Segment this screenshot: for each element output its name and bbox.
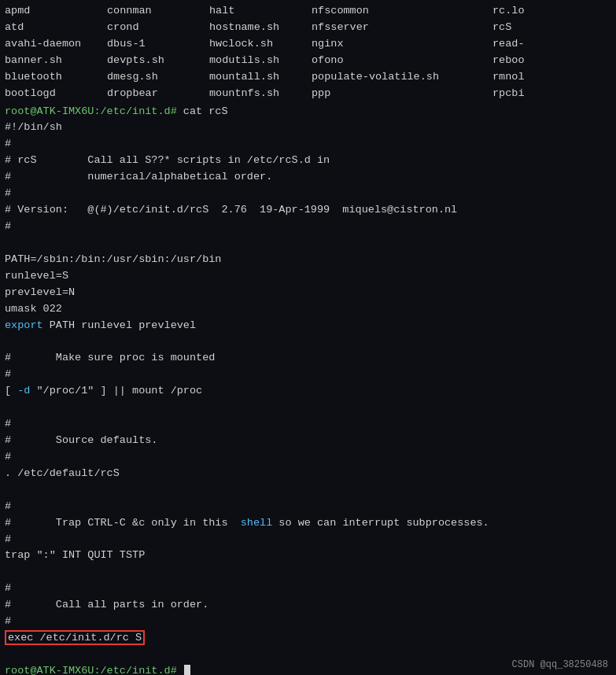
blank-3 <box>5 400 611 416</box>
comment-proc-2: # <box>5 367 611 383</box>
terminal-window: apmd atd avahi-daemon banner.sh bluetoot… <box>0 0 616 675</box>
path-line: PATH=/sbin:/bin:/usr/sbin:/usr/bin <box>5 252 611 268</box>
proc-mount-line: [ -d "/proc/1" ] || mount /proc <box>5 383 611 400</box>
comment-trap-3: # <box>5 532 611 548</box>
source-line: . /etc/default/rcS <box>5 466 611 482</box>
col2: connman crond dbus-1 devpts.sh dmesg.sh … <box>107 3 209 102</box>
watermark: CSDN @qq_38250488 <box>512 659 608 670</box>
blank-1 <box>5 235 611 252</box>
comment-trap-1: # <box>5 499 611 515</box>
comment-line-2: # <box>5 186 611 202</box>
prompt-cat-rcs: root@ATK-IMX6U:/etc/init.d# cat rcS <box>5 104 611 120</box>
blank-2 <box>5 334 611 350</box>
col3: halt hostname.sh hwclock.sh modutils.sh … <box>209 3 312 102</box>
comment-trap-2: # Trap CTRL-C &c only in this shell so w… <box>5 515 611 532</box>
blank-5 <box>5 564 611 581</box>
trap-line: trap ":" INT QUIT TSTP <box>5 548 611 564</box>
comment-src-3: # <box>5 449 611 466</box>
col1: apmd atd avahi-daemon banner.sh bluetoot… <box>5 3 107 102</box>
comment-src-1: # <box>5 416 611 433</box>
comment-call-1: # <box>5 581 611 597</box>
exec-highlighted: exec /etc/init.d/rc S <box>5 630 145 645</box>
cursor <box>184 665 190 675</box>
comment-line-3: # <box>5 219 611 235</box>
runlevel-line: runlevel=S <box>5 268 611 285</box>
comment-src-2: # Source defaults. <box>5 433 611 449</box>
export-line: export PATH runlevel prevlevel <box>5 318 611 334</box>
shebang-line: #!/bin/sh <box>5 120 611 136</box>
comment-rcs-1: # rcS Call all S??* scripts in /etc/rcS.… <box>5 153 611 169</box>
comment-version: # Version: @(#)/etc/init.d/rcS 2.76 19-A… <box>5 202 611 219</box>
blank-4 <box>5 482 611 499</box>
comment-call-3: # <box>5 614 611 630</box>
prevlevel-line: prevlevel=N <box>5 285 611 301</box>
comment-proc-1: # Make sure proc is mounted <box>5 350 611 367</box>
col5: rc.lo rcS read- reboo rmnol rpcbi <box>492 3 611 102</box>
umask-line: umask 022 <box>5 301 611 318</box>
comment-call-2: # Call all parts in order. <box>5 597 611 614</box>
col4: nfscommon nfsserver nginx ofono populate… <box>312 3 492 102</box>
exec-line: exec /etc/init.d/rc S <box>5 630 611 647</box>
comment-line-1: # <box>5 136 611 153</box>
file-listing: apmd atd avahi-daemon banner.sh bluetoot… <box>5 3 611 102</box>
comment-rcs-2: # numerical/alphabetical order. <box>5 169 611 186</box>
